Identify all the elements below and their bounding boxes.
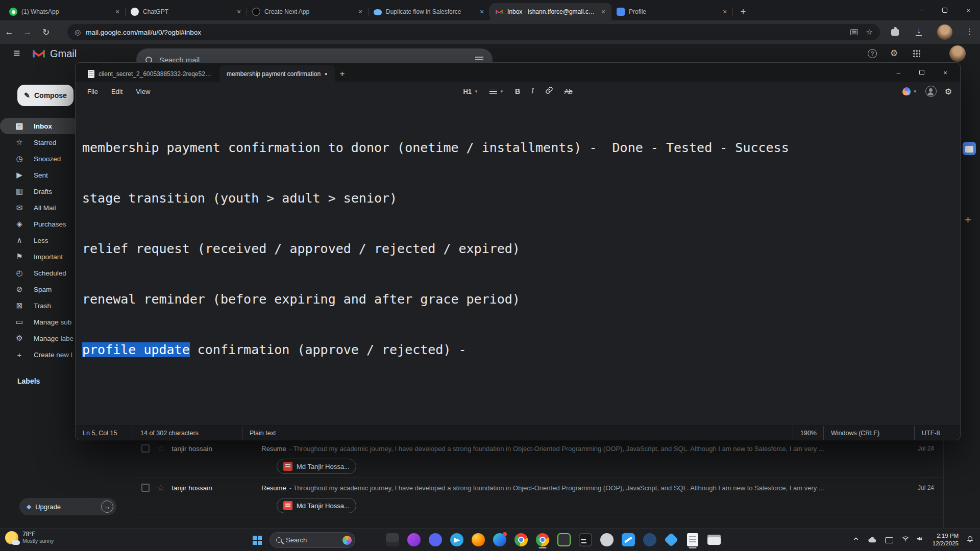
purchases-icon: ◈ (14, 219, 24, 229)
menu-file[interactable]: File (81, 86, 105, 97)
tab-close-icon[interactable]: × (113, 8, 121, 16)
menu-view[interactable]: View (129, 86, 157, 97)
tab-close-icon[interactable]: × (478, 8, 486, 16)
taskbar-notepad-plus-plus[interactable] (555, 531, 573, 549)
taskbar-people-app[interactable] (598, 531, 616, 549)
important-icon: ⚑ (14, 252, 24, 261)
bookmark-star-icon[interactable]: ☆ (866, 28, 873, 37)
start-button[interactable] (250, 533, 264, 547)
tab-close-icon[interactable]: × (721, 8, 729, 16)
window-minimize-button[interactable]: – (910, 0, 933, 20)
gmail-logo-text: Gmail (50, 48, 77, 60)
zoom-level[interactable]: 190% (793, 426, 823, 440)
compose-button[interactable]: ✎ Compose (17, 85, 74, 106)
address-bar[interactable]: ◎ mail.google.com/mail/u/0/?ogbl#inbox ☆ (67, 24, 880, 40)
browser-tab-strip: (1) WhatsApp × ChatGPT × Create Next App… (0, 0, 980, 20)
taskbar-firefox[interactable] (470, 531, 487, 549)
new-tab-button[interactable]: + (736, 5, 750, 19)
site-info-icon[interactable]: ◎ (75, 28, 81, 36)
taskbar-pgadmin[interactable] (641, 531, 658, 549)
attachment-chip[interactable]: Md Tanjir Hossa... (277, 459, 356, 474)
account-avatar[interactable] (949, 45, 966, 62)
taskbar-messenger[interactable] (427, 531, 444, 549)
taskbar-chrome-active[interactable] (534, 531, 551, 549)
browser-tab-next-app[interactable]: Create Next App × (247, 3, 369, 20)
reading-mode-icon[interactable] (850, 29, 858, 35)
trash-icon: ⊠ (14, 301, 24, 310)
attachment-chip[interactable]: Md Tanjir Hossa... (277, 498, 356, 513)
settings-gear-icon[interactable]: ⚙ (890, 48, 898, 59)
taskbar-terminal[interactable] (577, 531, 594, 549)
copilot-rewrite-button[interactable]: ▼ (902, 87, 917, 95)
italic-button[interactable]: I (531, 87, 534, 95)
weather-desc: Mostly sunny (22, 538, 54, 544)
window-close-button[interactable]: × (957, 0, 980, 20)
browser-tab-profile[interactable]: Profile × (611, 3, 733, 20)
reload-button[interactable]: ↻ (37, 27, 55, 38)
add-panel-icon[interactable]: + (965, 213, 971, 227)
tab-close-icon[interactable]: × (356, 8, 364, 16)
notepad-new-tab-button[interactable]: + (335, 65, 350, 82)
browser-menu-icon[interactable]: ⋮ (966, 27, 973, 36)
tab-close-icon[interactable]: × (235, 8, 243, 16)
onedrive-cloud-icon[interactable] (868, 536, 877, 545)
browser-tab-salesforce[interactable]: Duplicate flow in Salesforce × (369, 3, 490, 20)
email-checkbox[interactable] (141, 484, 150, 492)
taskbar-edge[interactable] (491, 531, 508, 549)
support-icon[interactable]: ? (868, 49, 877, 58)
taskbar-files-app[interactable] (705, 531, 723, 549)
wifi-icon[interactable] (901, 535, 910, 544)
language-keyboard-icon[interactable] (885, 537, 893, 543)
bold-button[interactable]: B (515, 87, 520, 95)
taskbar-vscode[interactable] (620, 531, 637, 549)
notepad-tab-client-secret[interactable]: client_secret_2_60053885332-2reqe52rribc (81, 65, 219, 82)
email-star-icon[interactable]: ☆ (157, 443, 164, 454)
notepad-text-area[interactable]: membership payment confirmation to donor… (76, 101, 960, 425)
downloads-icon[interactable]: ↓ (916, 26, 922, 36)
browser-tab-gmail-inbox[interactable]: Inbox - ishann.tforce@gmail.co... × (490, 3, 611, 20)
window-maximize-button[interactable] (933, 0, 957, 20)
browser-tab-chatgpt[interactable]: ChatGPT × (126, 3, 247, 20)
browser-tab-whatsapp[interactable]: (1) WhatsApp × (4, 3, 126, 20)
arrow-right-icon: → (101, 500, 113, 513)
notifications-bell-icon[interactable] (966, 535, 974, 545)
notepad-minimize-button[interactable]: – (887, 63, 910, 82)
email-row[interactable]: ☆ tanjir hossain Resume - Throughout my … (136, 439, 943, 478)
subscriptions-icon: ▭ (14, 317, 24, 327)
heading-style-dropdown[interactable]: H1▼ (463, 88, 478, 95)
taskbar-notepad[interactable] (684, 531, 701, 549)
email-star-icon[interactable]: ☆ (157, 483, 164, 493)
link-button[interactable] (545, 86, 553, 96)
taskbar-app-window[interactable] (384, 531, 401, 549)
extensions-icon[interactable] (891, 29, 899, 36)
taskbar-telegram[interactable] (448, 531, 465, 549)
notepad-settings-icon[interactable]: ⚙ (945, 87, 952, 96)
volume-icon[interactable] (916, 535, 924, 544)
hidden-icons-chevron[interactable] (852, 535, 860, 544)
notepad-maximize-button[interactable] (910, 63, 934, 82)
tab-close-icon[interactable]: × (599, 8, 607, 16)
weather-widget[interactable]: 78°F Mostly sunny (5, 531, 54, 544)
taskbar-chrome[interactable] (512, 531, 530, 549)
forward-button[interactable]: → (18, 27, 37, 37)
notepad-tab-membership[interactable]: membership payment confirmation ● (219, 65, 335, 82)
text-line: stage transition (youth > adult > senior… (82, 190, 960, 207)
taskbar-media-app[interactable] (405, 531, 423, 549)
list-style-dropdown[interactable]: ▼ (489, 89, 504, 94)
taskbar-clock[interactable]: 2:19 PM 12/2/2025 (933, 532, 959, 547)
notepad-account-icon[interactable] (925, 86, 937, 97)
calendar-icon[interactable] (963, 142, 976, 155)
notepad-close-button[interactable]: × (934, 63, 957, 82)
menu-edit[interactable]: Edit (105, 86, 129, 97)
email-row[interactable]: ☆ tanjir hossain Resume - Throughout my … (136, 478, 943, 517)
google-apps-icon[interactable] (913, 49, 920, 57)
main-menu-icon[interactable]: ≡ (13, 46, 20, 60)
email-checkbox[interactable] (141, 444, 150, 453)
browser-profile-avatar[interactable] (937, 24, 952, 40)
taskbar-diagram-app[interactable] (663, 531, 680, 549)
clear-formatting-button[interactable]: Ab (565, 88, 573, 95)
back-button[interactable]: ← (0, 27, 18, 37)
inbox-icon: ▤ (14, 121, 24, 131)
taskbar-search[interactable]: Search (270, 532, 355, 548)
upgrade-button[interactable]: ◆ Upgrade → (19, 498, 116, 515)
